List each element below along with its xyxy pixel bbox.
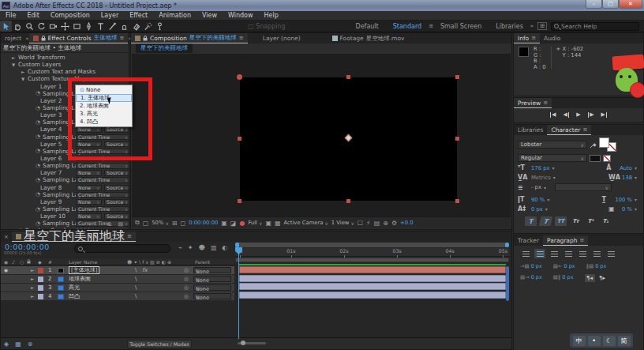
font-style-select[interactable]: Regular∨ [518,154,587,162]
panel-menu-icon[interactable]: ≡ [531,35,536,41]
motion-blur-icon[interactable]: ◐ [222,244,227,251]
channel-icon[interactable]: ● [239,220,245,227]
twirl-icon[interactable]: ► [12,55,18,60]
snapshot-icon[interactable]: ▣ [221,220,227,227]
layer-row[interactable]: ► 3 高光 \ ◎ None∨ [1,284,234,292]
lock-column-icon[interactable] [27,259,31,265]
superscript-button[interactable]: T¹ [585,216,597,226]
viewer-comp-tab[interactable]: 星空下的美丽地球 [136,43,193,53]
ime-halfwidth-button[interactable]: ☾ [603,336,616,346]
selection-handle-bl[interactable] [238,199,242,203]
text-direction-ltr-button[interactable]: ¶◂ [585,274,595,282]
fill-swatch[interactable] [599,137,609,148]
current-time-indicator[interactable] [238,248,239,339]
kerning-value[interactable]: Metrics [531,175,551,181]
timeline-search[interactable] [74,244,170,253]
restore-button[interactable]: ▢ [602,0,619,9]
stopwatch-icon[interactable]: ◔ [36,163,43,169]
roto-brush-tool[interactable] [142,21,154,32]
baseline-shift-value[interactable]: 0 px [531,206,543,213]
mask-visibility-icon[interactable]: ◻ [181,220,186,227]
toggle-switches-modes-button[interactable]: Toggle Switches / Modes [127,340,192,348]
snapping-checkbox[interactable]: ▢ Snapping [248,23,286,30]
text-direction-rtl-button[interactable]: ¶▸ [597,274,608,282]
ime-simplified-button[interactable]: 简 [618,336,631,346]
parent-pickwhip-icon[interactable]: ◎ [184,284,189,292]
stopwatch-icon[interactable]: ◔ [36,148,43,154]
resolution-menu[interactable]: Full∨ [248,220,262,226]
tab-project[interactable]: roject [1,33,25,43]
minimize-button[interactable]: – [586,0,602,9]
twirl-icon[interactable]: ► [31,275,34,283]
property-value-dropdown[interactable]: None [76,170,102,176]
parent-select[interactable]: None∨ [193,293,231,299]
justify-last-left-button[interactable] [563,249,574,258]
layer-duration-bar[interactable] [239,266,506,273]
selection-handle-tl[interactable] [237,74,242,80]
eraser-tool[interactable] [130,21,142,32]
workspace-libraries[interactable]: Libraries [496,23,523,30]
tab-libraries[interactable]: Libraries [514,125,547,135]
tab-effect-controls[interactable]: Effect Controls 主体地球 ≡ [29,33,129,43]
composition-frame[interactable] [240,77,457,201]
align-left-button[interactable] [520,249,531,258]
align-right-button[interactable] [549,249,560,258]
parent-pickwhip-icon[interactable]: ◎ [184,275,189,283]
tracking-value[interactable]: 138 [622,175,632,181]
quality-switch[interactable]: \ [135,284,137,292]
align-center-button[interactable] [534,249,545,258]
parent-select[interactable]: None∨ [193,284,231,291]
stroke-style-select[interactable]: ∨ [555,183,612,191]
timeline-navigator-bar[interactable] [235,243,509,247]
stopwatch-icon[interactable]: ◔ [36,134,43,140]
quality-switch[interactable]: \ [135,292,137,300]
zoom-tool[interactable] [24,21,36,32]
transparency-grid-icon[interactable]: ▦ [275,220,281,227]
subscript-button[interactable]: T₁ [600,216,612,226]
layer-name[interactable]: 凹凸 [69,292,80,300]
menu-animation[interactable]: Animation [153,12,197,19]
workspace-overflow-icon[interactable]: » [530,23,534,29]
menu-effect[interactable]: Effect [124,12,153,19]
workspace-settings-icon[interactable]: ⊞ [537,22,547,30]
font-family-select[interactable]: Lobster∨ [518,141,587,149]
menu-edit[interactable]: Edit [21,12,45,19]
property-value-dropdown[interactable]: Current Time [76,192,129,198]
composition-mini-flowchart-icon[interactable]: ⌁ [178,244,182,251]
exposure-value[interactable]: +0.0 [400,220,414,226]
selection-handle-br[interactable] [455,199,459,203]
property-value-dropdown[interactable]: None [76,185,102,191]
selection-tool[interactable] [0,21,12,32]
vertical-scale-value[interactable]: 90 % [531,197,545,203]
small-caps-button[interactable]: Tт [570,216,582,226]
stroke-width-value[interactable]: - px [531,184,541,190]
stopwatch-icon[interactable]: ◔ [36,191,43,198]
parent-column[interactable]: Parent [195,259,210,265]
puppet-pin-tool[interactable] [154,21,166,32]
pan-behind-tool[interactable] [59,21,71,32]
property-value-dropdown[interactable]: Current Time [76,163,129,169]
parent-select[interactable]: None∨ [193,276,231,282]
layer-name[interactable]: 地球表面 [69,275,91,283]
fast-previews-icon[interactable]: ⚡ [366,220,371,227]
last-frame-button[interactable]: ▶ [601,111,608,118]
workspace-small-screen[interactable]: Small Screen [440,23,481,30]
type-tool[interactable] [95,21,107,32]
timeline-zoom-slider[interactable] [238,342,266,344]
tab-tracker[interactable]: Tracker [514,235,543,246]
brush-tool[interactable] [107,21,118,32]
layer-name[interactable]: [主体地球] [69,266,99,274]
always-preview-icon[interactable]: ⧉ [135,219,140,227]
quality-switch[interactable]: \ [135,275,137,283]
viewer-timecode[interactable]: 0:00:00:00 [189,220,218,226]
font-size-value[interactable]: 176 px [531,165,549,171]
layer-row[interactable]: ◉ ► 1 [主体地球] \ fx ◎ None∨ [1,266,234,274]
menu-help[interactable]: Help [259,12,284,19]
next-frame-button[interactable]: ▶ [588,111,594,118]
quality-switch[interactable]: \ [135,266,137,274]
title-bar[interactable]: Ae Adobe After Effects CC 2018 - Untitle… [0,0,644,11]
composition-viewport[interactable] [132,54,511,216]
view-layout-menu[interactable]: 1 View∨ [331,220,354,226]
exposure-reset-icon[interactable]: ⚙ [391,220,397,227]
close-button[interactable]: ✕ [619,0,642,9]
